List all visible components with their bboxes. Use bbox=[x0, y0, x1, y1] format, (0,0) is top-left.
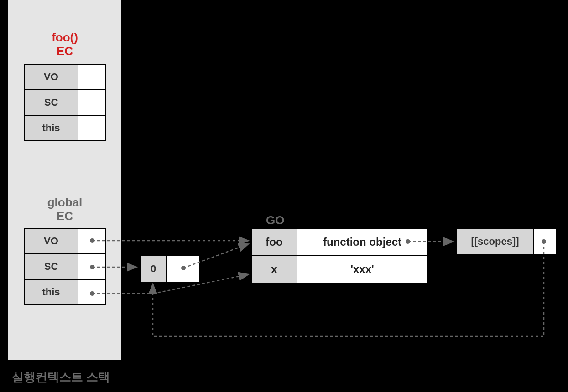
scopes-value bbox=[533, 228, 556, 255]
stack-caption: 실행컨텍스트 스택 bbox=[12, 369, 110, 385]
go-label: GO bbox=[266, 213, 284, 227]
global-ec-this-label: this bbox=[24, 279, 78, 305]
global-ec-sc-value bbox=[78, 254, 105, 279]
foo-ec-line1: foo() bbox=[52, 31, 78, 44]
foo-ec-title: foo() EC bbox=[24, 31, 106, 58]
global-ec-title: global EC bbox=[24, 196, 106, 223]
go-val-x: 'xxx' bbox=[297, 256, 427, 283]
global-ec-sc-label: SC bbox=[24, 254, 78, 279]
go-key-x: x bbox=[251, 256, 297, 283]
scopes-table: [[scopes]] bbox=[456, 228, 557, 255]
global-ec-line2: EC bbox=[57, 209, 73, 223]
foo-ec-sc-label: SC bbox=[24, 90, 78, 115]
global-ec-this-value bbox=[78, 279, 105, 305]
scopes-label: [[scopes]] bbox=[457, 228, 533, 255]
global-ec-table: VO SC this bbox=[24, 228, 106, 305]
scope-chain-pointer bbox=[167, 256, 199, 282]
foo-ec-sc-value bbox=[78, 90, 105, 115]
foo-ec-table: VO SC this bbox=[24, 64, 106, 141]
scope-chain-index: 0 bbox=[140, 256, 167, 282]
foo-ec-this-value bbox=[78, 115, 105, 141]
foo-ec-line2: EC bbox=[57, 44, 73, 58]
global-ec-vo-value bbox=[78, 228, 105, 254]
global-ec-vo-label: VO bbox=[24, 228, 78, 254]
foo-ec-vo-label: VO bbox=[24, 64, 78, 90]
global-ec-line1: global bbox=[47, 196, 83, 209]
foo-ec-this-label: this bbox=[24, 115, 78, 141]
foo-ec-vo-value bbox=[78, 64, 105, 90]
scope-chain-box: 0 bbox=[140, 255, 200, 283]
go-table: foo function object x 'xxx' bbox=[251, 228, 428, 284]
go-val-foo: function object bbox=[297, 228, 427, 256]
go-key-foo: foo bbox=[251, 228, 297, 256]
